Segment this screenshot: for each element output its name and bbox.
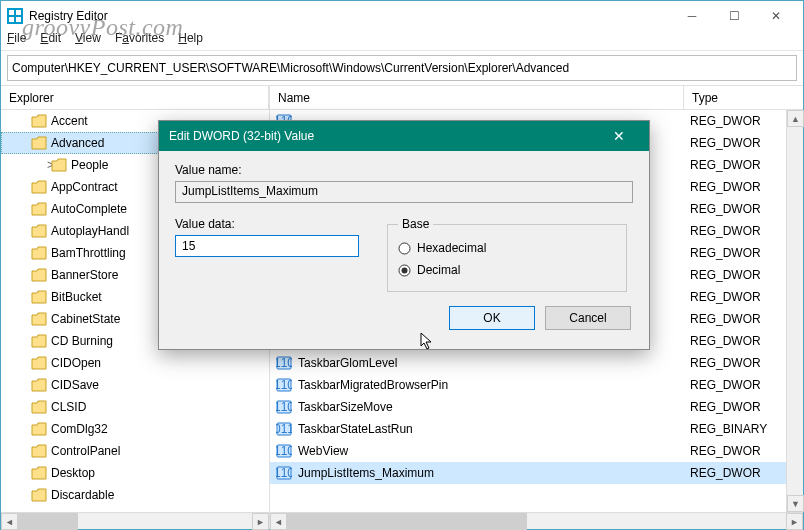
value-name: JumpListItems_Maximum xyxy=(298,466,434,480)
scroll-thumb[interactable] xyxy=(287,513,527,530)
svg-text:110: 110 xyxy=(276,378,292,392)
regedit-icon xyxy=(7,8,23,24)
tree-item[interactable]: ComDlg32 xyxy=(1,418,269,440)
dialog-title: Edit DWORD (32-bit) Value xyxy=(169,129,599,143)
svg-rect-3 xyxy=(9,17,14,22)
decimal-label: Decimal xyxy=(417,263,460,277)
tree-item-label: People xyxy=(71,158,108,172)
tree-item-label: CD Burning xyxy=(51,334,113,348)
tree-item[interactable]: CIDSave xyxy=(1,374,269,396)
menu-favorites[interactable]: Favorites xyxy=(115,31,164,50)
tree-item-label: CLSID xyxy=(51,400,86,414)
tree-item-label: BamThrottling xyxy=(51,246,126,260)
tree-item[interactable]: CLSID xyxy=(1,396,269,418)
tree-item-label: ControlPanel xyxy=(51,444,120,458)
value-type: REG_DWOR xyxy=(690,400,786,414)
scroll-down-button[interactable]: ▼ xyxy=(787,495,804,512)
ok-button[interactable]: OK xyxy=(449,306,535,330)
tree-header-row: Explorer xyxy=(1,86,269,110)
value-name: TaskbarSizeMove xyxy=(298,400,393,414)
menu-file[interactable]: File xyxy=(7,31,26,50)
value-name: TaskbarStateLastRun xyxy=(298,422,413,436)
menu-help[interactable]: Help xyxy=(178,31,203,50)
tree-item[interactable]: CIDOpen xyxy=(1,352,269,374)
value-type: REG_DWOR xyxy=(690,202,786,216)
scroll-left-button[interactable]: ◄ xyxy=(270,513,287,530)
scroll-left-button[interactable]: ◄ xyxy=(1,513,18,530)
tree-item-label: CIDSave xyxy=(51,378,99,392)
tree-item[interactable]: Desktop xyxy=(1,462,269,484)
value-type: REG_DWOR xyxy=(690,246,786,260)
radio-decimal[interactable]: Decimal xyxy=(398,259,616,281)
maximize-button[interactable]: ☐ xyxy=(713,2,755,30)
tree-item-label: Advanced xyxy=(51,136,104,150)
window-title: Registry Editor xyxy=(29,9,671,23)
list-row[interactable]: 110JumpListItems_MaximumREG_DWOR xyxy=(270,462,786,484)
list-row[interactable]: 110WebViewREG_DWOR xyxy=(270,440,786,462)
value-type: REG_DWOR xyxy=(690,466,786,480)
svg-point-41 xyxy=(402,267,408,273)
value-name: TaskbarMigratedBrowserPin xyxy=(298,378,448,392)
value-type: REG_BINARY xyxy=(690,422,786,436)
tree-item-label: Discardable xyxy=(51,488,114,502)
tree-item-label: BitBucket xyxy=(51,290,102,304)
tree-item-label: AppContract xyxy=(51,180,118,194)
tree-item[interactable]: Discardable xyxy=(1,484,269,506)
column-name[interactable]: Name xyxy=(270,86,684,109)
tree-hscroll[interactable]: ◄ ► xyxy=(1,512,269,529)
value-data-label: Value data: xyxy=(175,217,359,231)
svg-text:011: 011 xyxy=(276,422,292,436)
value-name: TaskbarGlomLevel xyxy=(298,356,397,370)
minimize-button[interactable]: ─ xyxy=(671,2,713,30)
svg-text:110: 110 xyxy=(276,466,292,480)
value-data-input[interactable] xyxy=(175,235,359,257)
radio-off-icon xyxy=(398,242,411,255)
list-header-row: Name Type xyxy=(270,86,803,110)
value-type: REG_DWOR xyxy=(690,224,786,238)
value-name-field[interactable]: JumpListItems_Maximum xyxy=(175,181,633,203)
scroll-up-button[interactable]: ▲ xyxy=(787,110,804,127)
svg-text:110: 110 xyxy=(276,444,292,458)
address-path: Computer\HKEY_CURRENT_USER\SOFTWARE\Micr… xyxy=(12,61,792,75)
address-bar[interactable]: Computer\HKEY_CURRENT_USER\SOFTWARE\Micr… xyxy=(7,55,797,81)
list-vscroll[interactable]: ▲ ▼ xyxy=(786,110,803,512)
tree-item[interactable]: ControlPanel xyxy=(1,440,269,462)
scroll-right-button[interactable]: ► xyxy=(252,513,269,530)
dialog-close-button[interactable]: ✕ xyxy=(599,128,639,144)
edit-dword-dialog: Edit DWORD (32-bit) Value ✕ Value name: … xyxy=(158,120,650,350)
tree-item-label: ComDlg32 xyxy=(51,422,108,436)
value-type: REG_DWOR xyxy=(690,378,786,392)
value-type: REG_DWOR xyxy=(690,312,786,326)
menu-edit[interactable]: Edit xyxy=(40,31,61,50)
menubar: File Edit View Favorites Help xyxy=(1,31,803,51)
tree-item-label: CIDOpen xyxy=(51,356,101,370)
tree-item-label: Desktop xyxy=(51,466,95,480)
value-type: REG_DWOR xyxy=(690,268,786,282)
menu-view[interactable]: View xyxy=(75,31,101,50)
value-type: REG_DWOR xyxy=(690,356,786,370)
list-row[interactable]: 110TaskbarSizeMoveREG_DWOR xyxy=(270,396,786,418)
base-legend: Base xyxy=(398,217,433,231)
svg-rect-4 xyxy=(16,17,21,22)
value-type: REG_DWOR xyxy=(690,114,786,128)
value-type: REG_DWOR xyxy=(690,180,786,194)
list-row[interactable]: 011TaskbarStateLastRunREG_BINARY xyxy=(270,418,786,440)
svg-point-39 xyxy=(399,243,410,254)
svg-rect-2 xyxy=(16,10,21,15)
cancel-button[interactable]: Cancel xyxy=(545,306,631,330)
tree-header[interactable]: Explorer xyxy=(1,86,269,109)
close-button[interactable]: ✕ xyxy=(755,2,797,30)
expand-icon[interactable]: > xyxy=(17,158,47,172)
list-hscroll[interactable]: ◄ ► xyxy=(270,512,803,529)
value-type: REG_DWOR xyxy=(690,158,786,172)
titlebar: Registry Editor ─ ☐ ✕ xyxy=(1,1,803,31)
value-type: REG_DWOR xyxy=(690,136,786,150)
tree-item-label: BannerStore xyxy=(51,268,118,282)
value-type: REG_DWOR xyxy=(690,334,786,348)
scroll-right-button[interactable]: ► xyxy=(786,513,803,530)
scroll-thumb[interactable] xyxy=(18,513,78,530)
list-row[interactable]: 110TaskbarMigratedBrowserPinREG_DWOR xyxy=(270,374,786,396)
radio-hex[interactable]: Hexadecimal xyxy=(398,237,616,259)
column-type[interactable]: Type xyxy=(684,86,780,109)
list-row[interactable]: 110TaskbarGlomLevelREG_DWOR xyxy=(270,352,786,374)
